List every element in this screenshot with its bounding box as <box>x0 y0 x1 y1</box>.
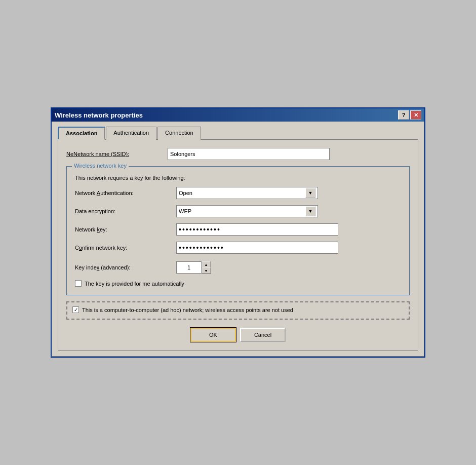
close-button[interactable]: ✕ <box>410 110 421 120</box>
group-box-legend: Wireless network key <box>72 163 129 169</box>
title-bar-buttons: ? ✕ <box>398 110 421 120</box>
spinner-up-button[interactable]: ▲ <box>202 261 211 267</box>
key-index-input[interactable] <box>176 261 202 274</box>
dialog-window: Wireless network properties ? ✕ Associat… <box>51 107 425 357</box>
spinner-buttons: ▲ ▼ <box>202 261 211 274</box>
key-index-row: Key index (advanced): ▲ ▼ <box>75 261 401 274</box>
network-key-input[interactable] <box>176 223 338 236</box>
network-name-row: NeNetwork name (SSID): <box>66 148 410 160</box>
wireless-key-desc: This network requires a key for the foll… <box>75 175 401 181</box>
confirm-key-input[interactable] <box>176 242 338 254</box>
tab-panel-association: NeNetwork name (SSID): Wireless network … <box>58 140 418 350</box>
network-auth-value: Open <box>179 190 192 196</box>
network-auth-row: Network Authentication: Open ▼ <box>75 187 401 199</box>
tab-bar: Association Authentication Connection <box>58 126 418 140</box>
data-enc-dropdown[interactable]: WEP ▼ <box>176 205 318 217</box>
help-button[interactable]: ? <box>398 110 409 120</box>
cancel-button[interactable]: Cancel <box>240 328 286 342</box>
tab-association[interactable]: Association <box>58 127 105 140</box>
network-key-label: Network key: <box>75 226 176 232</box>
auto-key-row: The key is provided for me automatically <box>75 280 401 287</box>
tab-connection[interactable]: Connection <box>157 127 201 140</box>
title-bar: Wireless network properties ? ✕ <box>52 108 424 122</box>
title-bar-text: Wireless network properties <box>55 111 143 119</box>
data-enc-row: Data encryption: WEP ▼ <box>75 205 401 217</box>
network-auth-arrow[interactable]: ▼ <box>305 188 315 198</box>
confirm-key-label: Confirm network key: <box>75 245 176 251</box>
wireless-key-group: Wireless network key This network requir… <box>66 166 410 295</box>
auto-key-checkbox[interactable] <box>75 280 82 287</box>
dialog-content: Association Authentication Connection Ne… <box>52 122 424 356</box>
network-auth-dropdown[interactable]: Open ▼ <box>176 187 318 199</box>
adhoc-area: This is a computer-to-computer (ad hoc) … <box>66 301 410 319</box>
network-auth-label: Network Authentication: <box>75 190 176 196</box>
confirm-key-row: Confirm network key: <box>75 242 401 254</box>
ok-button[interactable]: OK <box>190 328 236 342</box>
data-enc-value: WEP <box>179 208 191 214</box>
adhoc-checkbox[interactable] <box>72 306 79 313</box>
spinner-down-button[interactable]: ▼ <box>202 267 211 274</box>
tab-authentication[interactable]: Authentication <box>106 127 156 140</box>
data-enc-arrow[interactable]: ▼ <box>305 206 315 216</box>
auto-key-label: The key is provided for me automatically <box>85 281 184 287</box>
adhoc-label: This is a computer-to-computer (ad hoc) … <box>82 306 293 314</box>
key-index-spinner: ▲ ▼ <box>176 261 211 274</box>
network-key-row: Network key: <box>75 223 401 236</box>
window-title: Wireless network properties <box>55 111 143 119</box>
network-name-input[interactable] <box>168 148 330 160</box>
network-name-label: NeNetwork name (SSID): <box>66 151 168 157</box>
button-row: OK Cancel <box>66 328 410 342</box>
data-enc-label: Data encryption: <box>75 208 176 214</box>
key-index-label: Key index (advanced): <box>75 264 176 270</box>
